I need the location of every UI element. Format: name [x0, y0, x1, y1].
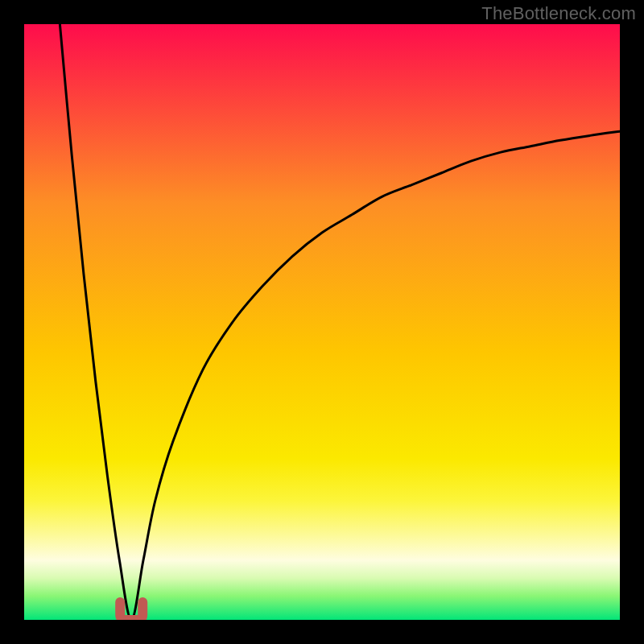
- watermark-text: TheBottleneck.com: [481, 3, 636, 24]
- minimum-marker-icon: [120, 602, 142, 620]
- bottleneck-curve: [60, 24, 620, 620]
- bottleneck-curve-layer: [24, 24, 620, 620]
